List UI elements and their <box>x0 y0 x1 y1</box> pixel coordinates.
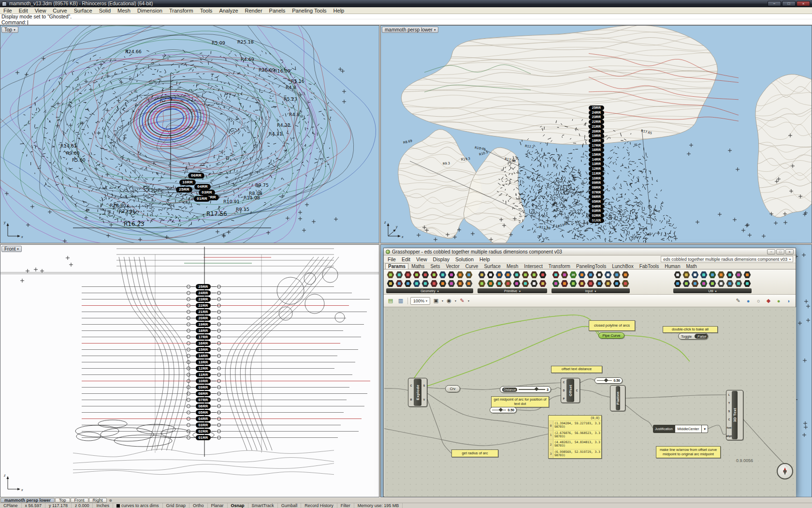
preview-wire-icon[interactable]: ○ <box>754 297 763 305</box>
gh-tab-math[interactable]: Math <box>683 263 700 269</box>
gh-tab-sets[interactable]: Sets <box>427 263 443 269</box>
gh-input-icon-4[interactable]: 20 <box>569 271 577 279</box>
gh-tab-curve[interactable]: Curve <box>463 263 481 269</box>
layer-indicator[interactable]: curves to arcs dims <box>113 503 163 508</box>
sketch-icon[interactable]: ✎ <box>734 297 742 305</box>
menu-item-paneling-tools[interactable]: Paneling Tools <box>289 7 330 14</box>
viewport-top[interactable]: Top▾yx06RR10RR04RR25RR03RR02RR01RRR5.09R… <box>0 25 379 243</box>
viewport-persp[interactable]: mammoth persp lower▾zxy25RR24RR23RR22RR2… <box>380 25 812 243</box>
menu-item-panels[interactable]: Panels <box>266 7 289 14</box>
gh-input-icon-11[interactable] <box>595 280 603 287</box>
gh-geometry-icon-17[interactable] <box>456 280 464 287</box>
gh-geometry-icon-19[interactable] <box>465 280 473 287</box>
gh-geometry-icon-16[interactable] <box>456 271 464 279</box>
gh-primitive-icon-8[interactable] <box>513 271 521 279</box>
gh-tab-mesh[interactable]: Mesh <box>504 263 521 269</box>
gh-param-crv[interactable]: Crv <box>445 385 460 392</box>
gh-geometry-icon-3[interactable] <box>395 280 403 287</box>
gh-geometry-icon-2[interactable] <box>395 271 403 279</box>
input-nub-d[interactable]: D <box>563 389 565 392</box>
menu-item-analyze[interactable]: Analyze <box>216 7 241 14</box>
gh-group-label-util[interactable]: Util▾ <box>673 288 752 293</box>
menu-item-view[interactable]: View <box>31 7 50 14</box>
viewport-label-top[interactable]: Top▾ <box>1 27 18 33</box>
add-viewport-icon[interactable]: ⊕ <box>107 498 114 503</box>
gh-tab-transform[interactable]: Transform <box>546 263 573 269</box>
gh-input-icon-7[interactable] <box>578 280 586 287</box>
gh-geometry-icon-15[interactable] <box>448 280 455 287</box>
gh-primitive-icon-0[interactable] <box>478 271 486 279</box>
gh-geometry-icon-5[interactable] <box>404 280 412 287</box>
gh-input-icon-5[interactable] <box>569 280 577 287</box>
menu-item-file[interactable]: File <box>0 7 15 14</box>
gh-justification-dropdown[interactable]: JustificationMiddleCenter▼ <box>653 425 708 433</box>
gh-component-3d-text[interactable]: LTSCfontalign3D Text <box>726 390 743 440</box>
gh-primitive-icon-2[interactable] <box>487 271 494 279</box>
gh-input-icon-9[interactable] <box>587 280 594 287</box>
gh-tab-vector[interactable]: Vector <box>443 263 462 269</box>
command-prompt[interactable]: Command: <box>0 19 812 25</box>
gh-util-icon-16[interactable] <box>743 271 751 279</box>
gh-input-icon-14[interactable] <box>613 271 621 279</box>
document-preview-icon[interactable]: ◗ <box>784 297 793 305</box>
output-nub-v[interactable]: V <box>423 398 425 401</box>
gh-tab-intersect[interactable]: Intersect <box>521 263 545 269</box>
gh-input-icon-15[interactable] <box>613 280 621 287</box>
save-file-icon[interactable]: ▥ <box>396 297 405 305</box>
input-nub-p[interactable]: P <box>563 397 565 400</box>
slider-track[interactable] <box>519 389 545 390</box>
units-display[interactable]: Inches <box>93 503 113 508</box>
gh-input-icon-0[interactable] <box>552 271 560 279</box>
gh-input-icon-1[interactable] <box>552 280 560 287</box>
gh-util-icon-8[interactable] <box>709 271 716 279</box>
gh-geometry-icon-4[interactable] <box>404 271 412 279</box>
gh-geometry-icon-0[interactable] <box>387 271 394 279</box>
gh-panel-double-click-to-bake-all[interactable]: double-click to bake all <box>663 326 718 333</box>
gh-panel-closed-polyline-of-arcs[interactable]: closed polyline of arcs <box>589 320 635 331</box>
viewport-tab-mammoth-persp-lower[interactable]: mammoth persp lower <box>0 498 55 503</box>
gh-primitive-icon-7[interactable] <box>504 280 512 287</box>
gh-input-icon-13[interactable] <box>604 280 612 287</box>
input-nub-l[interactable]: L <box>728 393 730 396</box>
gh-primitive-icon-14[interactable] <box>539 271 547 279</box>
input-nub-s[interactable]: S <box>728 410 730 413</box>
gh-geometry-icon-13[interactable] <box>439 280 447 287</box>
statusbar-toggle-smarttrack[interactable]: SmartTrack <box>248 503 278 508</box>
gh-primitive-icon-1[interactable] <box>478 280 486 287</box>
input-nub-align[interactable]: align <box>726 434 732 437</box>
menu-item-dimension[interactable]: Dimension <box>134 7 166 14</box>
gh-geometry-icon-12[interactable] <box>439 271 447 279</box>
gh-util-icon-13[interactable] <box>726 280 734 287</box>
gh-menu-item-edit[interactable]: Edit <box>399 256 413 262</box>
cplane-button[interactable]: CPlane <box>0 503 22 508</box>
gh-slider-0.50[interactable]: 0.50 <box>594 377 623 384</box>
statusbar-toggle-filter[interactable]: Filter <box>337 503 354 508</box>
gh-canvas[interactable]: closed polyline of arcsdouble-click to b… <box>384 307 796 497</box>
zoom-control[interactable]: 100%▾ <box>410 297 430 305</box>
gh-util-icon-0[interactable] <box>674 271 682 279</box>
gh-document-dropdown[interactable]: eds cobbled together multiple radius dim… <box>661 256 793 262</box>
preview-mode-icon[interactable]: ◉ <box>445 297 453 305</box>
gh-geometry-icon-6[interactable] <box>413 271 420 279</box>
gh-geometry-icon-14[interactable] <box>448 271 455 279</box>
slider-handle[interactable] <box>604 378 608 382</box>
gh-input-icon-17[interactable] <box>622 280 629 287</box>
gh-input-icon-6[interactable] <box>578 271 586 279</box>
gh-util-icon-7[interactable] <box>700 280 708 287</box>
gh-primitive-icon-3[interactable] <box>487 280 494 287</box>
gh-tab-params[interactable]: Params <box>385 263 408 269</box>
gh-group-label-geometry[interactable]: Geometry▾ <box>386 288 473 293</box>
preview-on-icon[interactable]: ● <box>774 297 783 305</box>
gh-util-icon-6[interactable] <box>700 271 708 279</box>
statusbar-toggle-planar[interactable]: Planar <box>208 503 228 508</box>
gh-geometry-icon-11[interactable] <box>430 280 438 287</box>
statusbar-toggle-record-history[interactable]: Record History <box>301 503 337 508</box>
gh-input-icon-16[interactable] <box>622 271 629 279</box>
viewport-label-mammoth-persp-lower[interactable]: mammoth persp lower▾ <box>382 27 438 33</box>
open-file-icon[interactable]: ▤ <box>386 297 395 305</box>
output-nub-c[interactable]: C <box>576 389 578 392</box>
gh-tab-human[interactable]: Human <box>662 263 683 269</box>
gh-util-icon-15[interactable] <box>735 280 742 287</box>
gh-util-icon-5[interactable] <box>691 280 699 287</box>
gh-maximize-button[interactable]: □ <box>776 249 784 254</box>
